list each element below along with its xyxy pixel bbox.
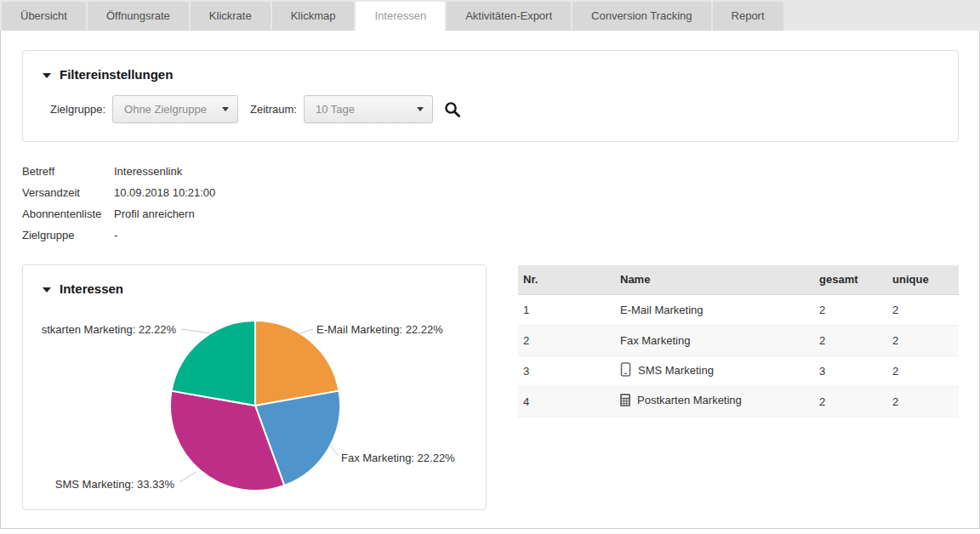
zeitraum-label: Zeitraum: xyxy=(250,103,297,116)
interessen-panel: E-Mail Marketing: 22.22%Fax Marketing: 2… xyxy=(22,264,487,510)
tab-klickrate[interactable]: Klickrate xyxy=(191,2,271,31)
tab-aktivit-ten-export[interactable]: Aktivitäten-Export xyxy=(447,2,571,31)
cell-name: Fax Marketing xyxy=(614,325,813,355)
app-window: ÜbersichtÖffnungsrateKlickrateKlickmapIn… xyxy=(0,0,980,529)
info-value: Interessenlink xyxy=(114,165,182,178)
tab-klickmap[interactable]: Klickmap xyxy=(272,2,355,31)
pie-label-sms-marketing: SMS Marketing: 33.33% xyxy=(55,478,174,491)
zeitraum-dropdown-value: 10 Tage xyxy=(316,103,355,116)
chevron-down-icon xyxy=(417,107,424,111)
interessen-panel-title: Interessen xyxy=(60,281,123,296)
info-row-abonnentenliste: AbonnentenlisteProfil anreichern xyxy=(22,203,215,224)
cell-gesamt: 2 xyxy=(813,386,886,417)
tab-bersicht[interactable]: Übersicht xyxy=(2,2,86,31)
info-label: Versandzeit xyxy=(22,186,114,199)
cell-gesamt: 3 xyxy=(813,355,886,386)
pie-label-connector xyxy=(330,446,339,456)
filter-panel-title: Filtereinstellungen xyxy=(60,67,173,82)
smartphone-icon xyxy=(620,362,631,379)
filter-panel-heading[interactable]: Filtereinstellungen xyxy=(43,67,173,82)
interessen-panel-heading[interactable]: Interessen xyxy=(43,281,123,296)
pie-label-fax-marketing: Fax Marketing: 22.22% xyxy=(341,452,455,464)
search-icon xyxy=(443,100,462,119)
table-row: 4Postkarten Marketing22 xyxy=(518,386,959,417)
search-button[interactable] xyxy=(443,100,462,119)
pie-slice-postkarten-marketing[interactable] xyxy=(172,321,255,406)
info-label: Abonnentenliste xyxy=(22,207,114,220)
cell-gesamt: 2 xyxy=(813,294,886,325)
interessen-pie-chart xyxy=(23,265,486,509)
table-header-row: Nr.Namegesamtunique xyxy=(518,265,959,294)
cell-name: E-Mail Marketing xyxy=(614,294,813,325)
pie-label-postkarten-marketing: stkarten Marketing: 22.22% xyxy=(42,323,176,336)
info-label: Zielgruppe xyxy=(22,229,114,241)
mailing-info-list: BetreffInteressenlinkVersandzeit10.09.20… xyxy=(22,161,215,246)
pie-label-e-mail-marketing: E-Mail Marketing: 22.22% xyxy=(316,323,443,336)
tab-report[interactable]: Report xyxy=(713,2,783,31)
collapse-triangle-icon xyxy=(43,287,51,293)
column-header-name: Name xyxy=(614,265,813,294)
table-row: 3SMS Marketing32 xyxy=(518,355,959,386)
table-row: 2Fax Marketing22 xyxy=(518,325,959,355)
zeitraum-dropdown[interactable]: 10 Tage xyxy=(304,95,433,123)
cell-nr: 3 xyxy=(518,355,614,386)
zielgruppe-label: Zielgruppe: xyxy=(50,103,105,116)
info-label: Betreff xyxy=(22,165,114,178)
cell-nr: 1 xyxy=(518,294,614,325)
cell-unique: 2 xyxy=(886,325,959,355)
pie-label-connector xyxy=(300,329,313,333)
info-row-zielgruppe: Zielgruppe- xyxy=(22,224,215,246)
cell-name: SMS Marketing xyxy=(614,355,813,386)
cell-unique: 2 xyxy=(886,355,959,386)
info-row-betreff: BetreffInteressenlink xyxy=(22,161,215,182)
info-value: - xyxy=(114,229,117,241)
tab-ffnungsrate[interactable]: Öffnungsrate xyxy=(88,2,189,31)
zielgruppe-dropdown-value: Ohne Zielgruppe xyxy=(124,103,207,116)
calculator-icon xyxy=(620,394,630,409)
info-value: 10.09.2018 10:21:00 xyxy=(114,186,215,199)
pie-label-connector xyxy=(179,472,196,482)
filter-controls: Zielgruppe: Ohne Zielgruppe Zeitraum: 10… xyxy=(50,95,462,123)
tab-conversion-tracking[interactable]: Conversion Tracking xyxy=(573,2,711,31)
info-value: Profil anreichern xyxy=(114,207,195,220)
cell-nr: 4 xyxy=(518,386,614,417)
cell-gesamt: 2 xyxy=(813,325,886,355)
chevron-down-icon xyxy=(222,107,229,111)
column-header-gesamt: gesamt xyxy=(813,265,886,294)
tab-interessen[interactable]: Interessen xyxy=(356,2,445,31)
column-header-nr: Nr. xyxy=(518,265,614,294)
table-row: 1E-Mail Marketing22 xyxy=(518,294,959,325)
filter-panel: Filtereinstellungen Zielgruppe: Ohne Zie… xyxy=(22,50,959,142)
tab-bar: ÜbersichtÖffnungsrateKlickrateKlickmapIn… xyxy=(0,0,980,31)
interessen-table: Nr.Namegesamtunique 1E-Mail Marketing222… xyxy=(518,265,959,418)
cell-nr: 2 xyxy=(518,325,614,355)
pie-label-connector xyxy=(181,329,210,333)
cell-unique: 2 xyxy=(886,386,959,417)
collapse-triangle-icon xyxy=(43,73,51,78)
zielgruppe-dropdown[interactable]: Ohne Zielgruppe xyxy=(112,95,238,123)
info-row-versandzeit: Versandzeit10.09.2018 10:21:00 xyxy=(22,182,215,203)
cell-name: Postkarten Marketing xyxy=(614,386,813,417)
column-header-unique: unique xyxy=(886,265,959,294)
cell-unique: 2 xyxy=(886,294,959,325)
